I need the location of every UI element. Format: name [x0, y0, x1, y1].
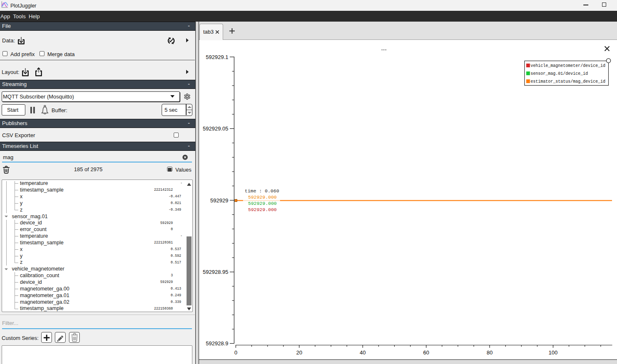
- svg-text:time : 0.060: time : 0.060: [245, 188, 279, 194]
- svg-text:592929.05: 592929.05: [203, 125, 228, 132]
- svg-text:sensor_mag.01/device_id: sensor_mag.01/device_id: [531, 71, 588, 76]
- svg-text:20: 20: [296, 349, 302, 356]
- svg-text:592928.9: 592928.9: [206, 340, 228, 347]
- svg-text:592929.000: 592929.000: [248, 207, 277, 212]
- svg-text:60: 60: [423, 349, 429, 356]
- svg-text:592929.000: 592929.000: [248, 194, 277, 200]
- svg-text:0: 0: [234, 349, 237, 356]
- svg-text:592929.1: 592929.1: [206, 54, 228, 60]
- svg-text:40: 40: [360, 349, 366, 356]
- svg-text:100: 100: [548, 349, 558, 356]
- svg-text:estimator_status/mag_device_id: estimator_status/mag_device_id: [531, 79, 605, 84]
- svg-text:592928.95: 592928.95: [203, 269, 228, 275]
- svg-text:vehicle_magnetometer/device_id: vehicle_magnetometer/device_id: [531, 64, 605, 68]
- svg-text:80: 80: [487, 349, 492, 356]
- svg-text:592929: 592929: [210, 197, 228, 204]
- svg-text:592929.000: 592929.000: [248, 201, 277, 206]
